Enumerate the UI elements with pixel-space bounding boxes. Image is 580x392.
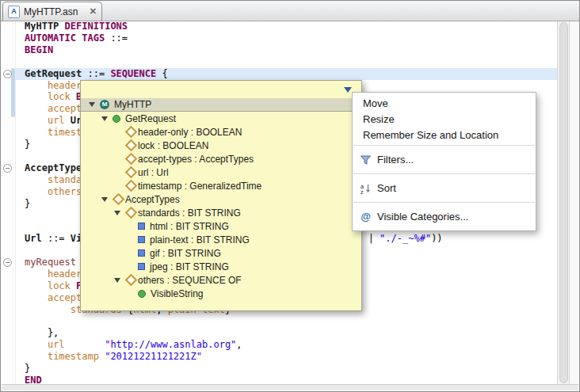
outline-row-label: header-only : BOOLEAN [138,127,242,138]
outline-row[interactable]: MMyHTTP [81,98,361,112]
outline-row[interactable]: timestamp : GeneralizedTime [81,179,361,192]
outline-row[interactable]: VisibleString [81,287,361,300]
popup-toolbar [81,81,361,97]
expand-collapse-icon[interactable] [101,116,108,121]
field-icon [125,139,138,152]
outline-row[interactable]: accept-types : AcceptTypes [81,152,361,166]
outline-row[interactable]: jpeg : BIT STRING [81,260,361,273]
module-icon: M [100,100,109,109]
menu-separator [353,202,535,203]
fold-collapse-icon[interactable]: − [3,164,12,173]
code-line[interactable]: } [25,139,30,150]
outline-row-label: jpeg : BIT STRING [150,261,229,272]
bit-icon [138,263,145,270]
code-line[interactable]: }, [25,327,59,339]
menu-separator [353,173,535,174]
asn-file-icon: A [8,6,20,18]
outline-row-label: AcceptTypes [125,194,180,205]
bit-icon [138,249,145,257]
categories-icon: @ [359,211,372,222]
menu-item-filters[interactable]: Filters... [353,148,536,171]
menu-item-label: Remember Size and Location [363,129,498,141]
bit-icon [138,236,145,243]
field-icon [125,274,138,287]
menu-separator [353,145,535,146]
code-line[interactable]: timestamp "20121221121221Z" [25,351,202,363]
code-line[interactable]: BEGIN [25,44,53,56]
outline-row[interactable]: AcceptTypes [81,192,361,206]
code-line[interactable]: } [25,363,30,375]
tab-label: MyHTTP.asn [24,6,78,17]
outline-row-label: standards : BIT STRING [138,207,241,219]
expand-collapse-icon[interactable] [114,211,120,215]
outline-row[interactable]: standards : BIT STRING [81,206,361,219]
fold-collapse-icon[interactable]: − [3,258,12,267]
filter-icon [359,154,372,166]
field-icon [125,126,138,139]
outline-row[interactable]: GetRequest [81,112,361,125]
outline-row[interactable]: url : Url [81,166,361,179]
context-menu: MoveResizeRemember Size and LocationFilt… [352,92,536,231]
outline-row-label: html : BIT STRING [150,221,229,232]
outline-row-label: GetRequest [125,113,176,124]
outline-row[interactable]: gif : BIT STRING [81,246,361,260]
menu-item-remember-size-and-location[interactable]: Remember Size and Location [353,127,536,143]
horizontal-scrollbar[interactable] [2,384,578,390]
expand-collapse-icon[interactable] [89,102,95,107]
menu-item-label: Sort [377,182,396,194]
outline-row[interactable]: others : SEQUENCE OF [81,273,361,287]
editor-tabbar: A MyHTTP.asn ✕ [1,1,579,21]
outline-row[interactable]: lock : BOOLEAN [81,139,361,152]
outline-row[interactable]: html : BIT STRING [81,219,361,233]
editor-window: A MyHTTP.asn ✕ MyHTTP DEFINITIONSAUTOMAT… [0,0,580,392]
code-line[interactable]: GetRequest ::= SEQUENCE { [25,68,168,80]
sequence-icon [138,290,146,298]
code-line[interactable]: } [25,198,30,210]
field-icon [125,207,138,219]
outline-row[interactable]: header-only : BOOLEAN [81,125,361,139]
code-line[interactable]: MyHTTP DEFINITIONS [25,21,128,32]
quick-outline-popup: MMyHTTPGetRequestheader-only : BOOLEANlo… [80,80,362,311]
outline-row-label: accept-types : AcceptTypes [138,154,254,165]
menu-item-move[interactable]: Move [353,95,536,111]
field-icon [125,180,138,192]
menu-item-sort[interactable]: azSort [353,177,536,200]
bit-icon [138,223,145,230]
outline-row-label: url : Url [138,167,169,178]
outline-row-label: lock : BOOLEAN [138,140,208,151]
svg-text:z: z [361,188,364,194]
svg-text:a: a [361,183,364,188]
overview-ruler [569,21,578,384]
tab-myhttp-asn[interactable]: A MyHTTP.asn ✕ [2,2,102,21]
menu-item-label: Move [363,97,388,109]
menu-item-label: Resize [363,113,395,125]
sort-icon: az [359,183,372,194]
sequence-icon [113,115,120,123]
field-icon [113,193,125,206]
block-range-indicator [11,68,15,117]
outline-row-label: MyHTTP [114,99,151,110]
outline-row-label: timestamp : GeneralizedTime [138,181,261,192]
scrollbar-thumb[interactable] [559,22,568,383]
outline-row-label: VisibleString [151,288,203,299]
outline-row-label: gif : BIT STRING [150,248,221,259]
code-line[interactable]: END [25,375,42,384]
menu-item-label: Visible Categories... [377,211,468,223]
outline-tree: MMyHTTPGetRequestheader-only : BOOLEANlo… [81,98,361,300]
field-icon [125,153,138,166]
menu-item-label: Filters... [377,154,414,166]
code-line[interactable]: AUTOMATIC TAGS ::= [25,32,128,44]
menu-item-resize[interactable]: Resize [353,111,536,127]
tab-close-icon[interactable]: ✕ [90,6,97,17]
field-icon [125,166,138,179]
outline-row-label: plain-text : BIT STRING [150,234,250,245]
code-line[interactable]: url "http://www.asnlab.org", [25,339,242,351]
expand-collapse-icon[interactable] [101,197,108,202]
outline-row-label: others : SEQUENCE OF [138,275,242,286]
fold-collapse-icon[interactable]: − [3,70,12,78]
chevron-down-icon [344,87,352,93]
vertical-scrollbar[interactable] [557,21,570,384]
menu-item-visible-categories[interactable]: @Visible Categories... [353,205,536,228]
outline-row[interactable]: plain-text : BIT STRING [81,233,361,246]
expand-collapse-icon[interactable] [114,278,120,283]
